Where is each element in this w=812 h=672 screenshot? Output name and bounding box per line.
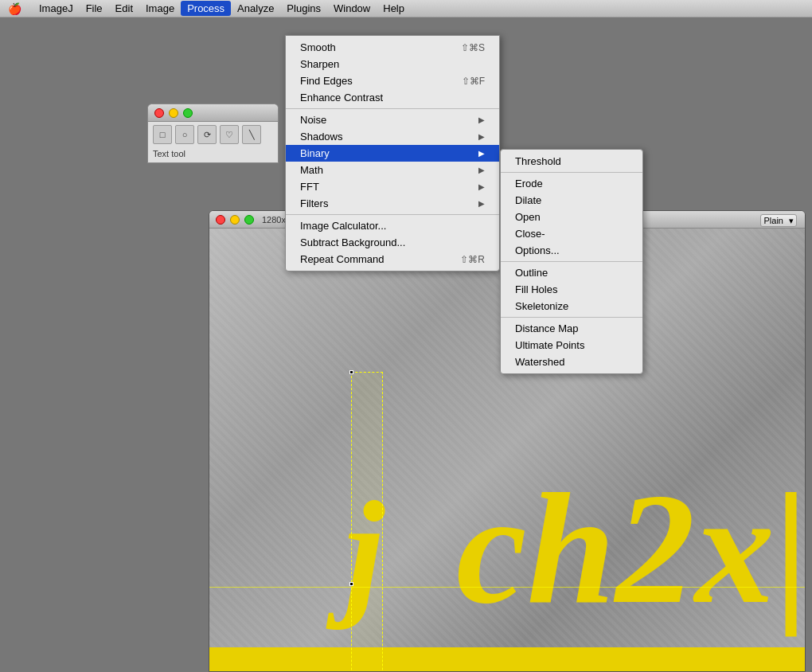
submenu-distance-map[interactable]: Distance Map	[501, 320, 642, 337]
menu-sharpen-label: Sharpen	[300, 58, 339, 70]
menu-smooth[interactable]: Smooth ⇧⌘S	[286, 39, 499, 56]
submenu-close-label: Close-	[515, 228, 545, 240]
tool-rectangle[interactable]: □	[153, 125, 172, 144]
menu-find-edges-shortcut: ⇧⌘F	[462, 76, 485, 87]
submenu-sep-1	[501, 172, 642, 173]
menu-noise[interactable]: Noise ▶	[286, 111, 499, 128]
menu-binary-arrow: ▶	[478, 149, 485, 158]
menu-math-label: Math	[300, 164, 323, 176]
submenu-ultimate-points-label: Ultimate Points	[515, 339, 584, 351]
text-tool-minimize[interactable]	[169, 108, 178, 118]
submenu-distance-map-label: Distance Map	[515, 322, 578, 334]
horizontal-guide-line	[209, 587, 805, 588]
menubar-process[interactable]: Process	[181, 1, 231, 16]
menu-sep-1	[286, 108, 499, 109]
submenu-erode[interactable]: Erode	[501, 175, 642, 192]
menu-binary-label: Binary	[300, 147, 330, 159]
selection-handle-ml	[349, 582, 353, 586]
submenu-ultimate-points[interactable]: Ultimate Points	[501, 337, 642, 354]
submenu-fill-holes-label: Fill Holes	[515, 283, 557, 295]
submenu-threshold-label: Threshold	[515, 155, 561, 167]
menubar-plugins[interactable]: Plugins	[280, 1, 327, 16]
submenu-close[interactable]: Close-	[501, 225, 642, 242]
menu-subtract-background-label: Subtract Background...	[300, 236, 405, 248]
menubar-help[interactable]: Help	[377, 1, 411, 16]
menu-repeat-command-shortcut: ⇧⌘R	[460, 254, 485, 265]
submenu-open-label: Open	[515, 211, 541, 223]
menu-smooth-label: Smooth	[300, 41, 336, 53]
menu-repeat-command[interactable]: Repeat Command ⇧⌘R	[286, 251, 499, 268]
submenu-options[interactable]: Options...	[501, 242, 642, 259]
selection-handle-tl	[349, 370, 353, 374]
menubar-edit[interactable]: Edit	[109, 1, 139, 16]
menu-image-calculator-label: Image Calculator...	[300, 220, 386, 232]
submenu-watershed[interactable]: Watershed	[501, 354, 642, 370]
menu-math-arrow: ▶	[478, 166, 485, 174]
menu-sharpen[interactable]: Sharpen	[286, 56, 499, 72]
text-tool-close[interactable]	[154, 108, 164, 118]
submenu-outline[interactable]: Outline	[501, 264, 642, 281]
menu-shadows[interactable]: Shadows ▶	[286, 128, 499, 145]
menu-noise-arrow: ▶	[478, 115, 485, 124]
menubar-window[interactable]: Window	[327, 1, 377, 16]
menu-filters-label: Filters	[300, 197, 328, 209]
close-button[interactable]	[216, 215, 225, 225]
tool-heart[interactable]: ♡	[220, 125, 239, 144]
menubar: 🍎 ImageJ File Edit Image Process Analyze…	[0, 0, 812, 18]
yellow-text-ch2x: ch2x|	[456, 457, 805, 639]
plain-dropdown[interactable]: Plain	[760, 214, 797, 227]
submenu-erode-label: Erode	[515, 178, 543, 189]
submenu-outline-label: Outline	[515, 267, 548, 279]
submenu-dilate[interactable]: Dilate	[501, 192, 642, 209]
text-tool-zoom[interactable]	[183, 108, 193, 118]
menu-binary[interactable]: Binary ▶	[286, 145, 499, 162]
submenu-fill-holes[interactable]: Fill Holes	[501, 281, 642, 298]
menu-filters-arrow: ▶	[478, 199, 485, 208]
zoom-button[interactable]	[244, 215, 254, 225]
submenu-sep-2	[501, 261, 642, 262]
selection-box	[351, 372, 383, 671]
binary-submenu: Threshold Erode Dilate Open Close- Optio…	[500, 149, 643, 374]
menu-enhance-contrast[interactable]: Enhance Contrast	[286, 89, 499, 106]
yellow-bottom-bar	[209, 647, 805, 671]
text-tool-window: □ ○ ⟳ ♡ ╲ Text tool	[147, 104, 279, 163]
menu-fft-arrow: ▶	[478, 182, 485, 191]
text-tool-titlebar	[148, 104, 278, 122]
menu-smooth-shortcut: ⇧⌘S	[461, 42, 485, 53]
minimize-button[interactable]	[230, 215, 240, 225]
process-menu: Smooth ⇧⌘S Sharpen Find Edges ⇧⌘F Enhanc…	[285, 35, 500, 272]
menu-enhance-contrast-label: Enhance Contrast	[300, 92, 383, 104]
submenu-watershed-label: Watershed	[515, 356, 564, 368]
menubar-file[interactable]: File	[80, 1, 109, 16]
menu-fft-label: FFT	[300, 181, 319, 193]
menu-filters[interactable]: Filters ▶	[286, 195, 499, 212]
tool-line[interactable]: ╲	[242, 125, 261, 144]
text-tool-body: □ ○ ⟳ ♡ ╲ Text tool	[148, 122, 278, 163]
menu-repeat-command-label: Repeat Command	[300, 253, 385, 265]
submenu-skeletonize[interactable]: Skeletonize	[501, 298, 642, 315]
menu-subtract-background[interactable]: Subtract Background...	[286, 234, 499, 251]
submenu-sep-3	[501, 317, 642, 318]
submenu-threshold[interactable]: Threshold	[501, 153, 642, 170]
menu-image-calculator[interactable]: Image Calculator...	[286, 217, 499, 234]
menu-sep-2	[286, 214, 499, 215]
menubar-image[interactable]: Image	[139, 1, 181, 16]
desktop-background: 1280x1 Plain j ch2x| □ ○ ⟳ ♡	[0, 18, 812, 672]
menu-math[interactable]: Math ▶	[286, 162, 499, 178]
menu-find-edges[interactable]: Find Edges ⇧⌘F	[286, 72, 499, 89]
submenu-open[interactable]: Open	[501, 209, 642, 225]
tool-oval[interactable]: ○	[175, 125, 194, 144]
menu-noise-label: Noise	[300, 114, 326, 126]
menu-find-edges-label: Find Edges	[300, 75, 353, 87]
submenu-skeletonize-label: Skeletonize	[515, 300, 568, 312]
tool-rotate[interactable]: ⟳	[197, 125, 217, 144]
menu-shadows-label: Shadows	[300, 131, 342, 143]
menu-fft[interactable]: FFT ▶	[286, 178, 499, 195]
submenu-options-label: Options...	[515, 244, 560, 256]
text-tool-label: Text tool	[153, 147, 185, 160]
menubar-analyze[interactable]: Analyze	[231, 1, 280, 16]
apple-menu[interactable]: 🍎	[3, 2, 26, 15]
submenu-dilate-label: Dilate	[515, 194, 541, 206]
menu-shadows-arrow: ▶	[478, 132, 485, 141]
menubar-imagej[interactable]: ImageJ	[33, 1, 80, 16]
